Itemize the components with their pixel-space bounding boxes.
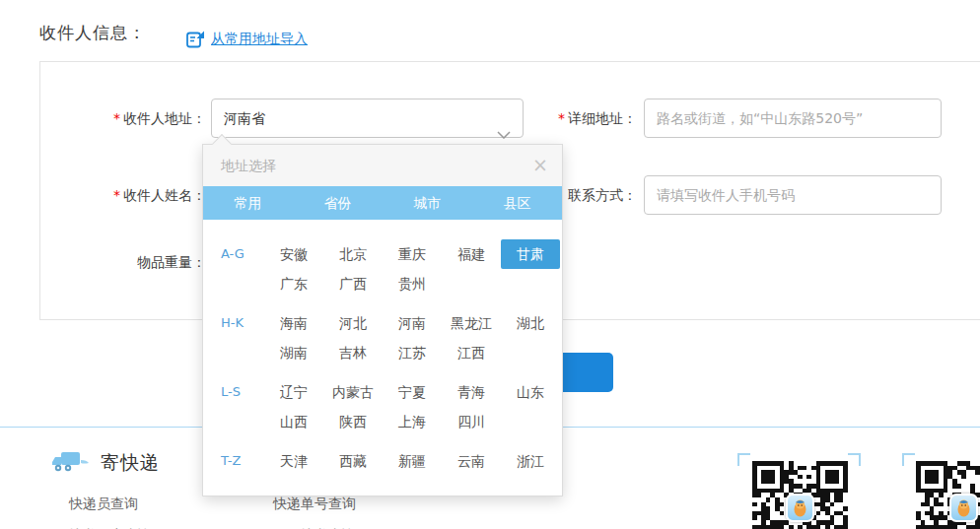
tab-common[interactable]: 常用: [203, 186, 293, 220]
province-item[interactable]: 天津: [264, 446, 323, 476]
group-letter: H-K: [221, 308, 264, 367]
province-item[interactable]: 海南: [264, 308, 323, 338]
import-from-address-book-link[interactable]: 从常用地址导入: [185, 30, 308, 49]
mascot-logo: [949, 494, 978, 522]
province-item[interactable]: 陕西: [323, 407, 383, 436]
tab-district[interactable]: 县区: [472, 186, 562, 220]
province-group: L-S辽宁内蒙古宁夏青海山东山西陕西上海四川: [221, 377, 562, 436]
qr-frame-corner-icon: [902, 453, 915, 466]
province-item[interactable]: 内蒙古: [323, 377, 383, 407]
province-list: A-G安徽北京重庆福建甘肃广东广西贵州H-K海南河北河南黑龙江湖北湖南吉林江苏江…: [203, 220, 562, 496]
qr-frame-corner-icon: [848, 453, 861, 466]
close-icon[interactable]: ×: [532, 145, 548, 186]
province-item[interactable]: 西藏: [323, 446, 383, 476]
qr-code-1: [752, 461, 848, 529]
tab-province[interactable]: 省份: [293, 186, 383, 220]
footer-link[interactable]: 快递单号查询: [273, 496, 451, 513]
province-item[interactable]: 云南: [442, 446, 501, 476]
province-item[interactable]: 吉林: [323, 338, 383, 367]
province-item[interactable]: 上海: [383, 407, 442, 436]
province-item[interactable]: 广西: [323, 269, 383, 298]
province-item[interactable]: 安徽: [264, 239, 323, 269]
address-book-import-icon: [185, 30, 205, 49]
footer-link[interactable]: 快递员查询: [69, 496, 246, 513]
detail-address-label: *详细地址：: [455, 99, 637, 138]
province-group: A-G安徽北京重庆福建甘肃广东广西贵州: [221, 239, 562, 298]
required-asterisk: *: [113, 110, 120, 126]
item-weight-label: 物品重量：: [40, 242, 206, 282]
province-item[interactable]: 江西: [442, 338, 501, 367]
mascot-logo: [786, 494, 814, 522]
province-group: H-K海南河北河南黑龙江湖北湖南吉林江苏江西: [221, 308, 562, 367]
province-item[interactable]: 河北: [323, 308, 383, 338]
province-item[interactable]: 湖北: [501, 308, 560, 338]
detail-address-input[interactable]: [644, 99, 942, 138]
recipient-address-label: *收件人地址：: [40, 99, 206, 138]
province-item[interactable]: 黑龙江: [442, 308, 501, 338]
group-letter: L-S: [221, 377, 264, 436]
group-items: 辽宁内蒙古宁夏青海山东山西陕西上海四川: [264, 377, 560, 436]
footer-column-2: 快递单号查询国际快递查询: [273, 496, 451, 529]
group-items: 海南河北河南黑龙江湖北湖南吉林江苏江西: [264, 308, 560, 367]
province-item[interactable]: 新疆: [383, 446, 442, 476]
group-letter: T-Z: [221, 446, 264, 476]
province-item[interactable]: 山西: [264, 407, 323, 436]
recipient-address-value: 河南省: [224, 110, 265, 126]
province-item[interactable]: 河南: [383, 308, 442, 338]
province-item[interactable]: 山东: [501, 377, 560, 407]
province-item[interactable]: 福建: [442, 239, 501, 269]
popup-tab-bar: 常用 省份 城市 县区: [203, 186, 562, 220]
province-item[interactable]: 广东: [264, 269, 323, 298]
truck-icon: [51, 449, 91, 476]
province-item[interactable]: 江苏: [383, 338, 442, 367]
group-letter: A-G: [221, 239, 264, 298]
footer-column-1: 快递员查询快递网点查询: [69, 496, 246, 529]
page-title: 收件人信息：: [39, 22, 146, 44]
popup-title: 地址选择: [221, 158, 276, 173]
qr-frame-corner-icon: [737, 453, 750, 466]
footer-heading: 寄快递: [51, 449, 160, 476]
contact-phone-input[interactable]: [644, 175, 942, 215]
import-link-label: 从常用地址导入: [211, 31, 308, 48]
province-item[interactable]: 湖南: [264, 338, 323, 367]
group-items: 天津西藏新疆云南浙江: [264, 446, 560, 476]
tab-city[interactable]: 城市: [383, 186, 472, 220]
qr-code-2: [916, 461, 980, 529]
recipient-name-label: *收件人姓名：: [40, 175, 206, 215]
province-item[interactable]: 北京: [323, 239, 383, 269]
required-asterisk: *: [113, 187, 120, 203]
province-item[interactable]: 辽宁: [264, 377, 323, 407]
province-item[interactable]: 浙江: [501, 446, 560, 476]
province-item[interactable]: 青海: [442, 377, 501, 407]
province-item[interactable]: 四川: [442, 407, 501, 436]
required-asterisk: *: [558, 110, 565, 126]
popup-header: 地址选择 ×: [203, 145, 562, 186]
province-item[interactable]: 甘肃: [501, 239, 560, 269]
province-item[interactable]: 贵州: [383, 269, 442, 298]
address-picker-popup: 地址选择 × 常用 省份 城市 县区 A-G安徽北京重庆福建甘肃广东广西贵州H-…: [202, 144, 563, 496]
province-item[interactable]: 重庆: [383, 239, 442, 269]
group-items: 安徽北京重庆福建甘肃广东广西贵州: [264, 239, 560, 298]
footer-heading-label: 寄快递: [101, 450, 160, 476]
province-group: T-Z天津西藏新疆云南浙江: [221, 446, 562, 476]
province-item[interactable]: 宁夏: [383, 377, 442, 407]
